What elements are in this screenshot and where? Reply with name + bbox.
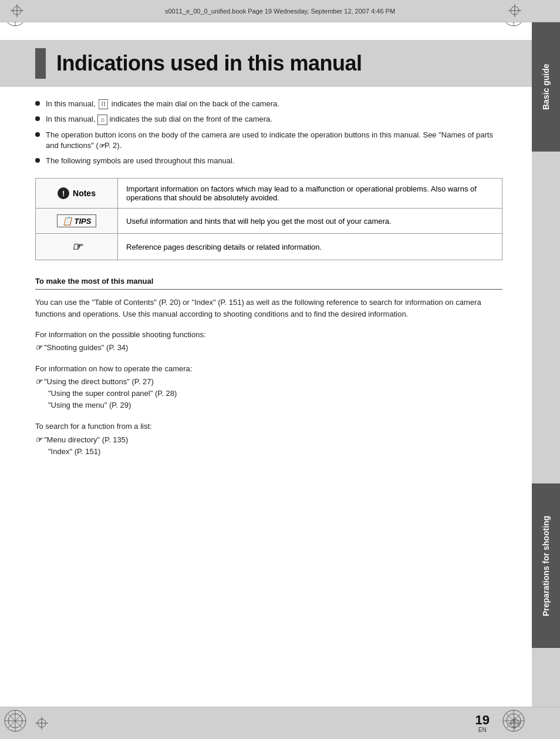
bullet-text-3: The operation button icons on the body o… <box>46 130 502 151</box>
list-item: The operation button icons on the body o… <box>35 130 502 151</box>
block3-ref1-text: "Menu directory" (P. 135) <box>44 434 128 446</box>
notes-circle-icon: ! <box>58 187 69 199</box>
bullet-dot <box>35 132 40 137</box>
tips-label: TIPS <box>75 217 92 226</box>
sub-section-1: For information on the possible shooting… <box>35 329 502 354</box>
symbols-table: ! Notes Important information on factors… <box>35 178 502 260</box>
main-body: Basic guide Preparations for shooting In… <box>0 22 560 707</box>
notes-symbol-cell: ! Notes <box>36 179 118 209</box>
page-container: s0011_e_00_0_unified.book Page 19 Wednes… <box>0 0 560 739</box>
bullet-text-2: In this manual, ⌂ indicates the sub dial… <box>46 114 272 125</box>
tips-symbol-cell: 📋 TIPS <box>36 209 118 234</box>
ref-icon: ☞ <box>72 240 82 253</box>
list-item: The following symbols are used throughou… <box>35 156 502 166</box>
table-row: 📋 TIPS Useful information and hints that… <box>36 209 502 234</box>
section-intro: You can use the "Table of Contents" (P. … <box>35 297 502 320</box>
header-accent <box>35 48 46 79</box>
sub-section-2: For information on how to operate the ca… <box>35 363 502 412</box>
tips-description: Useful information and hints that will h… <box>118 209 502 234</box>
header-file-info: s0011_e_00_0_unified.book Page 19 Wednes… <box>12 8 548 15</box>
reg-mark-bottom-left <box>35 717 48 732</box>
notes-label: Notes <box>73 189 96 198</box>
bullet-text-4: The following symbols are used throughou… <box>46 156 235 166</box>
block2-ref2: "Using the super control panel" (P. 28) <box>35 388 502 399</box>
tips-icon: 📋 TIPS <box>57 214 97 227</box>
ref-symbol-icon: ☞ <box>35 376 42 388</box>
ref-symbol-icon: ☞ <box>35 342 42 354</box>
sub-section-3: To search for a function from a list: ☞ … <box>35 421 502 457</box>
bullet-dot <box>35 158 40 163</box>
block2-ref1-text: "Using the direct buttons" (P. 27) <box>44 376 154 388</box>
bullet-list: In this manual, ⌇⌇ indicates the main di… <box>35 99 502 166</box>
ref-description: Reference pages describing details or re… <box>118 234 502 260</box>
notes-description: Important information on factors which m… <box>118 179 502 209</box>
ref-symbol-icon: ☞ <box>35 434 42 446</box>
tips-book-icon: 📋 <box>62 216 72 226</box>
tab-bottom-spacer <box>532 648 560 707</box>
tab-basic-guide: Basic guide <box>532 22 560 152</box>
bottom-bar: 19 EN <box>0 707 560 739</box>
bullet-dot <box>35 101 40 106</box>
table-row: ☞ Reference pages describing details or … <box>36 234 502 260</box>
table-row: ! Notes Important information on factors… <box>36 179 502 209</box>
block1-label: For information on the possible shooting… <box>35 329 502 341</box>
list-item: In this manual, ⌇⌇ indicates the main di… <box>35 99 502 109</box>
page-header: Indications used in this manual <box>0 40 532 87</box>
starburst-bottom-right <box>501 708 527 737</box>
page-number: 19 <box>475 714 490 727</box>
block3-ref2: "Index" (P. 151) <box>35 446 502 458</box>
block3-ref1: ☞ "Menu directory" (P. 135) <box>35 434 502 446</box>
block2-label: For information on how to operate the ca… <box>35 363 502 375</box>
ref-symbol-cell: ☞ <box>36 234 118 260</box>
tab-preparations: Preparations for shooting <box>532 483 560 648</box>
notes-icon: ! Notes <box>58 187 96 199</box>
tab-spacer-1 <box>532 152 560 483</box>
block1-ref1-text: "Shooting guides" (P. 34) <box>44 342 128 354</box>
right-tabs: Basic guide Preparations for shooting <box>532 22 560 707</box>
section-heading: To make the most of this manual <box>35 277 502 290</box>
block2-ref1: ☞ "Using the direct buttons" (P. 27) <box>35 376 502 388</box>
top-strip: s0011_e_00_0_unified.book Page 19 Wednes… <box>0 0 560 22</box>
starburst-bottom-left <box>2 708 29 737</box>
page-title: Indications used in this manual <box>56 51 362 76</box>
block2-ref3: "Using the menu" (P. 29) <box>35 399 502 411</box>
list-item: In this manual, ⌂ indicates the sub dial… <box>35 114 502 125</box>
page-number-box: 19 EN <box>475 714 490 733</box>
content-area: Indications used in this manual In this … <box>0 22 532 707</box>
bullet-dot <box>35 116 40 121</box>
page-lang: EN <box>478 727 487 733</box>
block3-label: To search for a function from a list: <box>35 421 502 432</box>
block1-ref1: ☞ "Shooting guides" (P. 34) <box>35 342 502 354</box>
bullet-text-1: In this manual, ⌇⌇ indicates the main di… <box>46 99 279 109</box>
